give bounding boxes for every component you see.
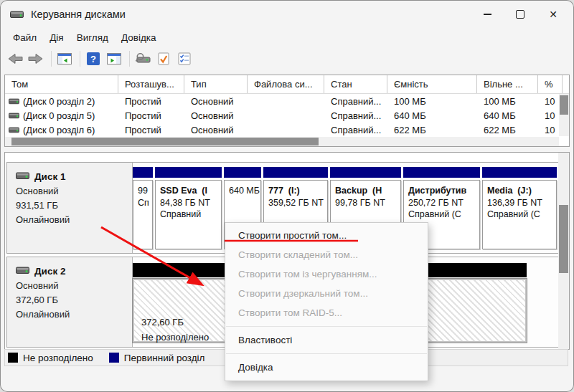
partition-size: 136,39 ГБ NT: [487, 197, 556, 209]
partition-name: 777 (I:): [268, 185, 327, 197]
volume-free: 100 МБ: [477, 96, 538, 107]
partition-type-bar: [155, 167, 222, 178]
menu-item-new-mirrored-volume: Створити дзеркальний том...: [225, 284, 428, 303]
volume-list-pane: Том Розташув... Тип Файлова си... Стан Є…: [4, 75, 570, 147]
console-tree-icon[interactable]: [55, 50, 74, 67]
disk-name: Диск 1: [34, 171, 65, 182]
menu-item-new-raid5-volume: Створити том RAID-5...: [225, 303, 428, 322]
column-header-filesystem[interactable]: Файлова си...: [248, 75, 324, 93]
forward-icon[interactable]: [27, 50, 45, 67]
disk-icon: [16, 171, 29, 182]
partition-size: 99,78 ГБ NT: [335, 197, 400, 209]
volume-layout: Простий: [118, 125, 184, 135]
help-icon[interactable]: ?: [84, 50, 103, 67]
legend-primary-partition: Первинний розділ: [124, 353, 205, 363]
column-header-volume[interactable]: Том: [5, 75, 118, 93]
close-button[interactable]: ✕: [537, 0, 570, 29]
volume-icon: [9, 96, 19, 107]
menu-item-help[interactable]: Довідка: [225, 358, 428, 377]
partition-type-bar: [224, 167, 261, 178]
volume-name: (Диск 0 розділ 6): [23, 125, 95, 135]
disk-status: Онлайновий: [16, 309, 132, 320]
menu-bar: Файл Дія Вигляд Довідка: [0, 29, 574, 47]
window-controls: ✕: [471, 0, 570, 29]
disk-2-label[interactable]: Диск 2 Основний 372,60 ГБ Онлайновий: [7, 257, 133, 347]
maximize-icon: [516, 10, 524, 19]
column-header-type[interactable]: Тип: [184, 75, 248, 93]
maximize-button[interactable]: [504, 0, 537, 29]
menu-help[interactable]: Довідка: [115, 30, 163, 45]
scrollbar-thumb[interactable]: [559, 205, 568, 273]
legend-unallocated: Не розподілено: [23, 353, 93, 363]
menu-view[interactable]: Вигляд: [70, 30, 115, 45]
scrollbar-thumb[interactable]: [11, 138, 319, 145]
vertical-scrollbar[interactable]: [558, 153, 569, 349]
disk-rescan-icon[interactable]: [133, 50, 152, 67]
disk-1-label[interactable]: Диск 1 Основний 931,51 ГБ Онлайновий: [7, 163, 133, 253]
toolbar: ?: [0, 47, 574, 70]
partition[interactable]: SSD Eva (I 84,38 ГБ NT Справний: [155, 163, 222, 253]
disk-drive-icon: [10, 9, 24, 19]
close-icon: ✕: [549, 9, 557, 19]
volume-row[interactable]: (Диск 0 розділ 5) Простий Основний Справ…: [5, 108, 569, 123]
partition[interactable]: 99 Сп: [133, 163, 153, 253]
menu-item-properties[interactable]: Властивості: [225, 330, 428, 350]
partition-size: 250,72 ГБ NT: [408, 197, 479, 209]
minimize-button[interactable]: [471, 0, 504, 29]
check-document-icon[interactable]: [154, 50, 173, 67]
column-header-free[interactable]: Вільне ...: [477, 75, 538, 93]
menu-item-new-simple-volume[interactable]: Створити простий том...: [225, 226, 428, 245]
volume-free: 640 МБ: [477, 110, 538, 121]
volume-status: Справний...: [324, 96, 387, 107]
volume-capacity: 622 МБ: [387, 125, 477, 135]
partition-size: 640 МБ: [229, 185, 260, 197]
column-header-status[interactable]: Стан: [324, 75, 387, 93]
menu-item-new-striped-volume: Створити том із чергуванням...: [225, 264, 428, 284]
volume-row[interactable]: (Диск 0 розділ 6) Простий Основний Справ…: [5, 123, 569, 137]
partition[interactable]: Media (J:) 136,39 ГБ NT Справний (С: [482, 163, 557, 253]
volume-name: (Диск 0 розділ 5): [23, 110, 95, 121]
unallocated-label: Не розподілено: [141, 330, 209, 345]
partition-type-bar: [482, 167, 557, 178]
menu-separator: [226, 353, 427, 354]
horizontal-scrollbar[interactable]: [5, 137, 559, 146]
partition-name: Media (J:): [487, 185, 556, 197]
checklist-icon[interactable]: [175, 50, 194, 67]
unallocated-swatch: [8, 353, 18, 363]
volume-type: Основний: [184, 110, 248, 121]
volume-icon: [9, 110, 19, 121]
volume-type: Основний: [184, 125, 248, 135]
menu-file[interactable]: Файл: [6, 30, 43, 45]
back-icon[interactable]: [6, 50, 24, 67]
column-header-percent[interactable]: %: [538, 75, 563, 93]
partition-size: 99: [138, 185, 152, 197]
partition-type-bar: [330, 167, 401, 178]
volume-type: Основний: [184, 96, 248, 107]
window-title: Керування дисками: [31, 9, 126, 20]
partition-type-bar: [263, 167, 328, 178]
partition-status: Справний (С: [408, 209, 479, 221]
toolbar-separator: [129, 51, 130, 67]
minimize-icon: [484, 14, 491, 14]
column-header-capacity[interactable]: Ємність: [387, 75, 477, 93]
volume-capacity: 640 МБ: [387, 110, 477, 121]
svg-text:?: ?: [90, 53, 96, 64]
titlebar: Керування дисками ✕: [0, 0, 574, 29]
disk-type: Основний: [16, 186, 132, 196]
menu-action[interactable]: Дія: [43, 30, 70, 45]
volume-name: (Диск 0 розділ 2): [23, 96, 95, 107]
column-header-layout[interactable]: Розташув...: [118, 75, 184, 93]
toolbar-separator: [51, 51, 52, 67]
partition-status: Справний: [160, 209, 221, 221]
volume-row[interactable]: (Диск 0 розділ 2) Простий Основний Справ…: [5, 94, 569, 108]
action-pane-icon[interactable]: [105, 50, 123, 67]
menu-item-new-spanned-volume: Створити складений том...: [225, 245, 428, 264]
disk-size: 372,60 ГБ: [16, 295, 132, 305]
disk-name: Диск 2: [34, 266, 65, 277]
scrollbar-thumb[interactable]: [560, 95, 568, 115]
vertical-scrollbar[interactable]: [559, 94, 569, 136]
volume-status: Справний...: [324, 110, 387, 121]
partition-type-bar: [133, 167, 153, 178]
partition-size: 84,38 ГБ NT: [160, 197, 221, 209]
volume-status: Справний...: [324, 125, 387, 135]
